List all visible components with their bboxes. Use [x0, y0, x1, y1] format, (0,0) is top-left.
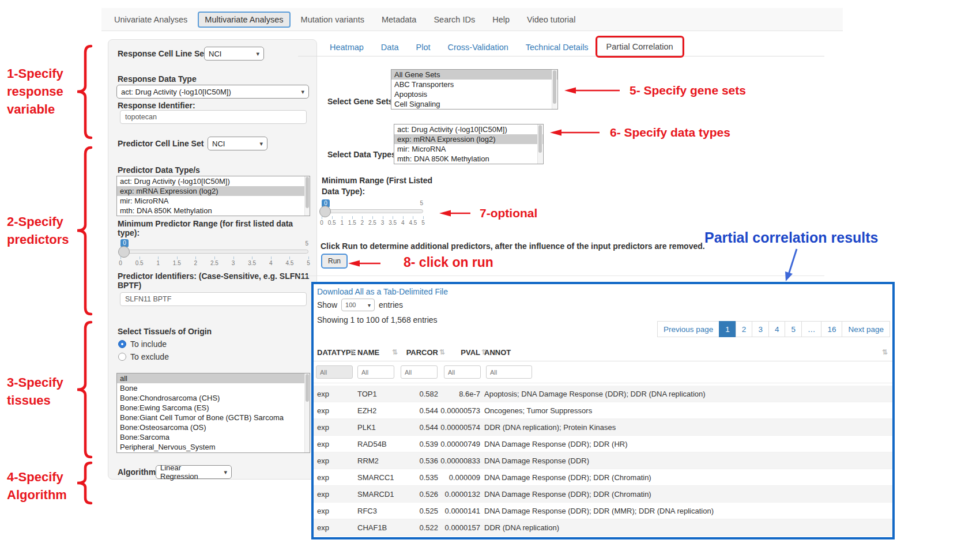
subtab[interactable]: Plot	[407, 39, 439, 56]
cell-annot: DNA Damage Response (DDR); DDR (Chromati…	[484, 469, 651, 486]
radio-selected-icon[interactable]	[118, 340, 126, 348]
tissue-include-radio[interactable]: To include	[118, 339, 167, 349]
slider-handle[interactable]	[118, 246, 130, 258]
table-row[interactable]: exp RAD54B 0.539 0.00000749 DNA Damage R…	[314, 436, 892, 452]
response-cell-line-select[interactable]: NCI ▾	[204, 47, 264, 61]
scrollbar[interactable]	[304, 373, 310, 452]
listbox-option[interactable]: exp: mRNA Expression (log2)	[394, 134, 543, 144]
col-annot[interactable]: ANNOT	[484, 348, 511, 357]
cell-name: TOP1	[357, 386, 377, 402]
page-number-button[interactable]: 4	[768, 321, 786, 337]
listbox-option[interactable]: Bone	[117, 383, 310, 393]
table-row[interactable]: exp SMARCD1 0.526 0.0000132 DNA Damage R…	[314, 486, 892, 503]
response-identifier-input[interactable]	[120, 110, 307, 124]
listbox-option[interactable]: mir: MicroRNA	[117, 196, 310, 206]
subtab[interactable]: Heatmap	[321, 39, 372, 56]
slider-handle[interactable]	[319, 206, 331, 217]
cell-pval: 0.00000749	[440, 436, 480, 452]
listbox-option[interactable]: Bone:Osteosarcoma (OS)	[117, 422, 310, 432]
listbox-option[interactable]: Bone:Sarcoma	[117, 432, 310, 442]
page-number-button[interactable]: …	[801, 321, 822, 337]
results-title: Partial correlation results	[704, 229, 912, 246]
page-number-button[interactable]: 1	[719, 321, 736, 337]
predictor-identifiers-input[interactable]	[120, 292, 307, 306]
sort-icon[interactable]: ⇅	[349, 348, 355, 356]
page-number-button[interactable]: 3	[752, 321, 769, 337]
predictor-cell-line-select[interactable]: NCI ▾	[208, 137, 267, 150]
nav-tab[interactable]: Help	[485, 12, 517, 28]
listbox-option[interactable]: mth: DNA 850K Methylation	[117, 206, 310, 216]
predictor-data-types-listbox[interactable]: act: Drug Activity (-log10[IC50M])exp: m…	[116, 176, 310, 216]
show-entries-select[interactable]: 100 ▾	[341, 299, 375, 311]
table-row[interactable]: exp EZH2 0.544 0.00000573 Oncogenes; Tum…	[314, 402, 892, 419]
download-all-link[interactable]: Download All as a Tab-Delimited File	[317, 287, 448, 296]
listbox-option[interactable]: Cell Signaling	[391, 99, 557, 109]
listbox-option[interactable]: Bone:Ewing Sarcoma (ES)	[117, 403, 310, 413]
filter-parcor[interactable]	[401, 365, 438, 379]
tissue-listbox[interactable]: allBoneBone:Chondrosarcoma (CHS)Bone:Ewi…	[116, 373, 310, 453]
listbox-option[interactable]: act: Drug Activity (-log10[IC50M])	[394, 124, 543, 134]
tissue-exclude-radio[interactable]: To exclude	[118, 352, 169, 361]
partial-correlation-results: Download All as a Tab-Delimited File Sho…	[311, 282, 895, 539]
chevron-down-icon: ▾	[224, 469, 227, 476]
listbox-option[interactable]: Apoptosis	[391, 89, 557, 99]
data-types-listbox[interactable]: act: Drug Activity (-log10[IC50M])exp: m…	[394, 124, 544, 164]
run-button[interactable]: Run	[321, 254, 348, 269]
col-parcor[interactable]: PARCOR	[406, 348, 438, 357]
min-predictor-range-slider[interactable]: 0 5 00.511.522.533.544.55	[120, 238, 308, 266]
table-body: exp TOP1 0.582 8.6e-7 Apoptosis; DNA Dam…	[314, 386, 892, 536]
response-data-type-select[interactable]: act: Drug Activity (-log10[IC50M]) ▾	[116, 85, 309, 99]
min-range-slider[interactable]: 0 5 00.511.522.533.544.55	[322, 199, 423, 226]
nav-tab[interactable]: Multivariate Analyses	[198, 12, 290, 28]
show-entries-row: Show 100 ▾ entries	[317, 299, 403, 311]
filter-pval[interactable]	[444, 365, 481, 379]
listbox-option[interactable]: ABC Transporters	[391, 80, 557, 89]
listbox-option[interactable]: Bone:Giant Cell Tumor of Bone (GCTB) Sar…	[117, 413, 310, 422]
listbox-option[interactable]: all	[117, 373, 310, 383]
subtab[interactable]: Data	[372, 39, 408, 56]
table-row[interactable]: exp SMARCC1 0.535 0.000009 DNA Damage Re…	[314, 469, 892, 486]
cell-parcor: 0.522	[419, 519, 438, 536]
listbox-option[interactable]: act: Drug Activity (-log10[IC50M])	[117, 176, 310, 186]
table-row[interactable]: exp RRM2 0.536 0.00000833 DNA Damage Res…	[314, 452, 892, 469]
table-row[interactable]: exp CHAF1B 0.522 0.0000157 DDR (DNA repl…	[314, 519, 892, 536]
gene-sets-listbox[interactable]: All Gene SetsABC TransportersApoptosisCe…	[391, 69, 558, 110]
filter-name[interactable]	[357, 365, 394, 379]
previous-page-button[interactable]: Previous page	[657, 321, 719, 337]
filter-datatype[interactable]	[316, 365, 353, 379]
page-number-button[interactable]: 16	[821, 321, 842, 337]
listbox-option[interactable]: mir: MicroRNA	[394, 144, 543, 154]
scrollbar[interactable]	[537, 124, 542, 164]
col-pval[interactable]: PVAL	[461, 348, 480, 357]
algorithm-select[interactable]: Linear Regression ▾	[156, 465, 232, 479]
sort-icon[interactable]: ⇅	[882, 348, 888, 356]
slider-track[interactable]	[322, 209, 423, 213]
listbox-option[interactable]: mth: DNA 850K Methylation	[394, 154, 543, 164]
nav-tab[interactable]: Search IDs	[427, 12, 482, 28]
subtab[interactable]: Partial Correlation	[597, 37, 683, 56]
listbox-option[interactable]: Peripheral_Nervous_System	[117, 442, 310, 452]
table-row[interactable]: exp PLK1 0.544 0.00000574 DDR (DNA repli…	[314, 419, 892, 436]
next-page-button[interactable]: Next page	[842, 321, 890, 337]
col-name[interactable]: NAME	[357, 348, 379, 357]
sort-icon[interactable]: ⇅	[439, 348, 445, 356]
table-row[interactable]: exp TOP1 0.582 8.6e-7 Apoptosis; DNA Dam…	[314, 386, 892, 402]
nav-tab[interactable]: Univariate Analyses	[107, 12, 194, 28]
listbox-option[interactable]: Bone:Chondrosarcoma (CHS)	[117, 393, 310, 403]
listbox-option[interactable]: All Gene Sets	[391, 70, 557, 80]
nav-tab[interactable]: Video tutorial	[520, 12, 582, 28]
table-row[interactable]: exp RFC3 0.525 0.0000141 DNA Damage Resp…	[314, 503, 892, 519]
listbox-option[interactable]: exp: mRNA Expression (log2)	[117, 186, 310, 196]
nav-tab[interactable]: Metadata	[375, 12, 423, 28]
sort-icon[interactable]: ⇅	[392, 348, 398, 356]
nav-tab[interactable]: Mutation variants	[294, 12, 371, 28]
radio-unselected-icon[interactable]	[118, 353, 126, 361]
subtab[interactable]: Cross-Validation	[439, 39, 517, 56]
subtab[interactable]: Technical Details	[517, 39, 597, 56]
filter-annot[interactable]	[486, 365, 532, 379]
scrollbar[interactable]	[552, 70, 557, 109]
page-number-button[interactable]: 5	[785, 321, 802, 337]
page-number-button[interactable]: 2	[736, 321, 753, 337]
slider-track[interactable]	[120, 250, 308, 254]
scrollbar[interactable]	[304, 176, 310, 216]
